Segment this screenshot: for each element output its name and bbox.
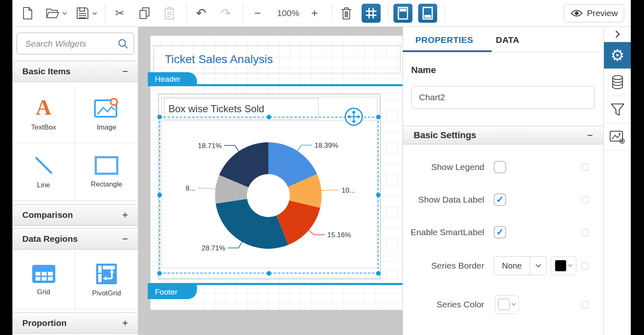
section-comparison[interactable]: Comparison + — [12, 204, 138, 226]
delete-button[interactable] — [337, 4, 356, 23]
header-section-divider[interactable] — [148, 84, 402, 86]
widget-label: Image — [97, 123, 116, 132]
expand-icon[interactable]: + — [122, 317, 128, 329]
pivotgrid-icon — [96, 264, 117, 284]
paste-icon — [163, 7, 175, 20]
tab-data[interactable]: DATA — [496, 35, 519, 51]
eye-icon — [571, 9, 583, 17]
rail-data-button[interactable] — [604, 69, 631, 96]
new-report-button[interactable] — [18, 4, 37, 23]
name-input[interactable] — [411, 86, 595, 109]
data-label-connector — [198, 188, 216, 189]
rail-properties-button[interactable]: ⚙ — [604, 42, 631, 69]
collapse-icon[interactable]: − — [587, 130, 593, 141]
widget-pivotgrid[interactable]: PivotGrid — [75, 252, 138, 309]
tab-properties[interactable]: PROPERTIES — [415, 35, 473, 51]
copy-button[interactable] — [135, 4, 154, 23]
section-proportion[interactable]: Proportion + — [12, 312, 138, 334]
widget-image[interactable]: Image — [75, 85, 138, 143]
expression-checkbox[interactable] — [582, 196, 589, 203]
footer-section-tab[interactable]: Footer — [148, 285, 197, 299]
collapse-icon[interactable]: − — [122, 66, 128, 77]
show-data-label-checkbox[interactable]: ✓ — [494, 193, 506, 206]
section-basic-items[interactable]: Basic Items − — [12, 61, 138, 82]
basic-settings-label: Basic Settings — [414, 130, 476, 141]
open-button-group — [43, 4, 67, 23]
paste-button[interactable] — [160, 4, 179, 23]
open-dropdown-chevron[interactable] — [62, 12, 67, 15]
data-label: 8... — [185, 184, 195, 192]
preview-button[interactable]: Preview — [564, 4, 624, 22]
selection-handle[interactable] — [157, 193, 162, 197]
widgets-sidebar: Basic Items − A TextBox Image Line Recta… — [12, 27, 138, 335]
widget-line[interactable]: Line — [12, 143, 75, 201]
enable-smartlabel-checkbox[interactable]: ✓ — [494, 226, 506, 238]
expression-checkbox[interactable] — [582, 229, 589, 236]
widget-rectangle[interactable]: Rectangle — [75, 143, 138, 201]
widget-label: Rectangle — [91, 180, 123, 189]
widget-textbox[interactable]: A TextBox — [12, 85, 75, 143]
widget-grid[interactable]: Grid — [12, 252, 75, 309]
page-header-icon — [398, 7, 408, 20]
selection-handle[interactable] — [267, 271, 271, 276]
zoom-in-button[interactable]: + — [305, 4, 324, 23]
selection-handle[interactable] — [157, 115, 162, 119]
widget-label: Grid — [37, 288, 50, 296]
donut-slice[interactable] — [215, 199, 288, 249]
data-label-connector — [297, 145, 312, 151]
redo-button[interactable]: ↷ — [216, 4, 235, 23]
selection-handle[interactable] — [376, 115, 381, 119]
report-title-textbox[interactable]: Ticket Sales Analysis — [154, 45, 400, 73]
chevron-down-icon — [92, 12, 97, 15]
page-footer-icon — [422, 7, 433, 20]
report-designer-app: ✂ ↶ ↷ − 100% + — [12, 0, 631, 335]
redo-icon: ↷ — [220, 7, 231, 19]
collapse-icon[interactable]: − — [122, 233, 128, 245]
open-report-button[interactable] — [43, 4, 62, 23]
expand-icon[interactable]: + — [122, 209, 128, 221]
save-dropdown-chevron[interactable] — [92, 12, 97, 15]
zoom-out-button[interactable]: − — [248, 4, 267, 23]
property-label: Show Legend — [403, 157, 484, 177]
series-border-select[interactable]: None — [494, 256, 547, 275]
rectangle-icon — [94, 156, 119, 175]
widget-label: Line — [37, 181, 50, 189]
series-color-picker[interactable] — [495, 295, 519, 314]
section-data-regions[interactable]: Data Regions − — [12, 228, 138, 250]
save-report-button[interactable] — [73, 4, 92, 23]
expression-checkbox[interactable] — [582, 164, 589, 171]
chart-title: Box wise Tickets Sold — [164, 103, 264, 115]
cut-button[interactable]: ✂ — [110, 4, 129, 23]
chevron-down-icon — [568, 264, 573, 267]
data-label-connector — [224, 146, 239, 152]
selection-handle[interactable] — [157, 271, 162, 276]
plus-icon: + — [311, 7, 318, 19]
toolbar-separator — [105, 4, 105, 23]
basic-settings-header[interactable]: Basic Settings − — [403, 126, 604, 144]
undo-button[interactable]: ↶ — [192, 4, 211, 23]
toggle-header-button[interactable] — [393, 4, 412, 23]
show-legend-checkbox[interactable]: ✓ — [494, 161, 506, 173]
collapse-panel-button[interactable] — [604, 27, 631, 42]
expression-checkbox[interactable] — [582, 301, 589, 308]
trash-icon — [341, 7, 352, 20]
move-handle[interactable] — [345, 108, 363, 126]
search-input[interactable] — [17, 33, 134, 54]
header-tab-label: Header — [155, 75, 180, 84]
expression-checkbox[interactable] — [582, 262, 589, 269]
toggle-grid-button[interactable] — [362, 4, 381, 23]
selection-handle[interactable] — [267, 115, 271, 119]
rail-image-settings-button[interactable] — [604, 124, 631, 151]
chevron-down-icon — [511, 303, 516, 306]
toolbar-separator — [388, 4, 388, 23]
search-icon — [118, 38, 128, 51]
series-border-color-picker[interactable] — [551, 256, 576, 275]
chart-title-box[interactable]: Box wise Tickets Sold — [164, 98, 319, 120]
selection-handle[interactable] — [376, 193, 381, 197]
chevron-down-icon — [62, 12, 67, 15]
selection-handle[interactable] — [376, 271, 381, 276]
rail-filter-button[interactable] — [604, 97, 631, 123]
data-label: 15.16% — [327, 231, 351, 239]
image-settings-icon — [609, 130, 626, 144]
toggle-footer-button[interactable] — [418, 4, 437, 23]
